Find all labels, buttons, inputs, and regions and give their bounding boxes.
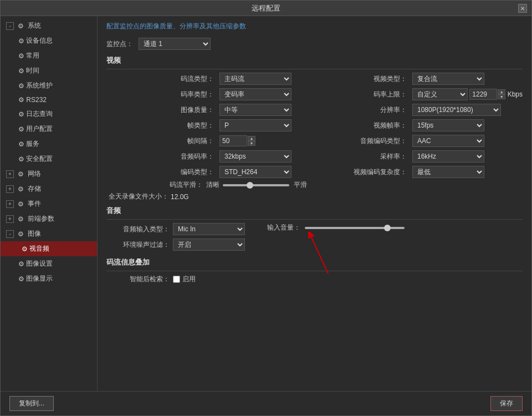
rs232-icon: ⚙ — [18, 96, 26, 104]
common-icon: ⚙ — [18, 52, 26, 60]
stream-type-label: 码流类型： — [106, 74, 217, 84]
main-panel: 配置监控点的图像质量、分辨率及其他压缩参数 监控点： 通道 1 视频 码流类型：… — [98, 16, 531, 391]
close-button[interactable]: ✕ — [518, 4, 527, 13]
sidebar-item-rs232[interactable]: ⚙ RS232 — [1, 93, 97, 106]
sidebar-item-event[interactable]: + ⚙ 事件 — [1, 196, 97, 211]
bitrate-type-select[interactable]: 变码率 — [219, 88, 291, 100]
system-icon: ⚙ — [16, 22, 25, 31]
frame-interval-down-button[interactable]: ▼ — [248, 141, 255, 146]
bitrate-limit-label: 码率上限： — [299, 90, 410, 99]
input-volume-slider[interactable] — [305, 227, 405, 229]
video-framerate-select[interactable]: 15fps — [412, 119, 484, 131]
sidebar-item-frontend[interactable]: + ⚙ 前端参数 — [1, 211, 97, 226]
image-quality-select[interactable]: 中等 — [219, 104, 291, 116]
bitrate-down-button[interactable]: ▼ — [498, 94, 505, 99]
sidebar-item-storage[interactable]: + ⚙ 存储 — [1, 181, 97, 196]
audio-content: 音频输入类型： Mic In 环境噪声过滤： 开启 — [106, 223, 523, 254]
titlebar: 远程配置 ✕ — [1, 1, 531, 16]
sidebar-item-image-display[interactable]: ⚙ 图像显示 — [1, 271, 97, 286]
content-area: - ⚙ 系统 ⚙ 设备信息 ⚙ 常用 ⚙ 时间 ⚙ 系统维护 ⚙ — [1, 16, 531, 391]
video-divider — [106, 69, 523, 69]
smart-search-checkbox[interactable] — [173, 276, 180, 283]
log-icon: ⚙ — [18, 110, 26, 118]
bitrate-limit-control: 自定义 ▲ ▼ Kbps — [412, 88, 523, 100]
sidebar-item-security[interactable]: ⚙ 安全配置 — [1, 151, 97, 166]
video-section-title: 视频 — [106, 55, 523, 65]
sidebar-item-network[interactable]: + ⚙ 网络 — [1, 166, 97, 181]
bitrate-spinner: ▲ ▼ — [469, 89, 505, 100]
bitrate-limit-select[interactable]: 自定义 — [412, 88, 468, 100]
bitrate-number-input[interactable] — [469, 89, 497, 100]
video-audio-gear-icon: ⚙ — [22, 245, 29, 253]
frame-interval-spinner: ▲ ▼ — [219, 135, 255, 146]
sidebar: - ⚙ 系统 ⚙ 设备信息 ⚙ 常用 ⚙ 时间 ⚙ 系统维护 ⚙ — [1, 16, 98, 391]
monitor-row: 监控点： 通道 1 — [106, 38, 523, 50]
audio-bitrate-label: 音频码率： — [106, 152, 217, 161]
audio-input-row: 音频输入类型： Mic In — [106, 223, 245, 235]
enable-label: 启用 — [182, 275, 196, 284]
video-complexity-label: 视频编码复杂度： — [299, 168, 410, 177]
save-button[interactable]: 保存 — [490, 396, 523, 411]
svg-line-1 — [311, 237, 328, 273]
sidebar-item-video-audio[interactable]: ⚙ 视音频 — [1, 241, 97, 256]
frontend-expand-icon: + — [6, 215, 14, 223]
audio-right-col: 输入音量： — [267, 223, 405, 232]
smart-search-row: 智能后检索： 启用 — [106, 275, 523, 284]
video-type-control: 复合流 — [412, 73, 523, 85]
copy-to-button[interactable]: 复制到... — [9, 396, 54, 411]
sidebar-item-common[interactable]: ⚙ 常用 — [1, 48, 97, 63]
noise-filter-row: 环境噪声过滤： 开启 — [106, 239, 245, 251]
sidebar-item-image[interactable]: - ⚙ 图像 — [1, 226, 97, 241]
resolution-control: 1080P(1920*1080) — [412, 104, 523, 116]
sidebar-item-device-info[interactable]: ⚙ 设备信息 — [1, 33, 97, 48]
video-complexity-select[interactable]: 最低 — [412, 166, 484, 178]
sidebar-item-user[interactable]: ⚙ 用户配置 — [1, 121, 97, 136]
sidebar-item-system[interactable]: - ⚙ 系统 — [1, 18, 97, 33]
audio-codec-type-label: 音频编码类型： — [299, 136, 410, 146]
noise-filter-label: 环境噪声过滤： — [106, 240, 173, 250]
codec-type-label: 编码类型： — [106, 168, 217, 177]
audio-codec-type-select[interactable]: AAC — [412, 135, 484, 147]
codec-type-select[interactable]: STD_H264 — [219, 166, 291, 178]
frame-interval-spinner-buttons: ▲ ▼ — [248, 136, 255, 146]
monitor-select[interactable]: 通道 1 — [139, 38, 211, 50]
bitrate-up-button[interactable]: ▲ — [498, 89, 505, 94]
smoothness-row: 码流平滑： 清晰 平滑 — [106, 180, 523, 190]
noise-filter-select[interactable]: 开启 — [173, 239, 245, 251]
user-icon: ⚙ — [18, 125, 26, 133]
frame-interval-control: ▲ ▼ — [219, 135, 297, 146]
sidebar-item-service[interactable]: ⚙ 服务 — [1, 136, 97, 151]
sidebar-item-log[interactable]: ⚙ 日志查询 — [1, 106, 97, 121]
audio-bitrate-select[interactable]: 32kbps — [219, 150, 291, 163]
smoothness-slider[interactable] — [223, 184, 289, 186]
frontend-icon: ⚙ — [16, 215, 25, 224]
stream-type-control: 主码流 — [219, 73, 297, 85]
bottom-bar: 复制到... 保存 — [1, 391, 531, 415]
network-expand-icon: + — [6, 170, 14, 178]
frame-interval-input[interactable] — [219, 135, 247, 146]
smoothness-label: 码流平滑： — [106, 180, 206, 190]
stream-type-select[interactable]: 主码流 — [219, 73, 291, 85]
audio-divider — [106, 219, 523, 220]
audio-left-col: 音频输入类型： Mic In 环境噪声过滤： 开启 — [106, 223, 245, 254]
video-type-select[interactable]: 复合流 — [412, 73, 484, 85]
sidebar-item-image-settings[interactable]: ⚙ 图像设置 — [1, 256, 97, 271]
audio-codec-type-control: AAC — [412, 135, 523, 147]
frame-interval-up-button[interactable]: ▲ — [248, 136, 255, 141]
filesize-row: 全天录像文件大小： 12.0G — [106, 192, 523, 201]
audio-input-type-select[interactable]: Mic In — [173, 223, 245, 235]
bitrate-unit: Kbps — [508, 90, 523, 98]
frame-type-label: 帧类型： — [106, 121, 217, 130]
resolution-select[interactable]: 1080P(1920*1080) — [412, 104, 501, 116]
bitrate-type-control: 变码率 — [219, 88, 297, 100]
sidebar-item-maintenance[interactable]: ⚙ 系统维护 — [1, 78, 97, 93]
storage-expand-icon: + — [6, 185, 14, 193]
device-info-icon: ⚙ — [18, 37, 26, 45]
sidebar-item-time[interactable]: ⚙ 时间 — [1, 63, 97, 78]
image-settings-icon: ⚙ — [18, 260, 26, 268]
sample-rate-select[interactable]: 16kHz — [412, 150, 484, 163]
frame-type-select[interactable]: P — [219, 119, 291, 131]
sample-rate-label: 采样率： — [299, 152, 410, 161]
filesize-label: 全天录像文件大小： — [109, 192, 168, 201]
video-complexity-control: 最低 — [412, 166, 523, 178]
